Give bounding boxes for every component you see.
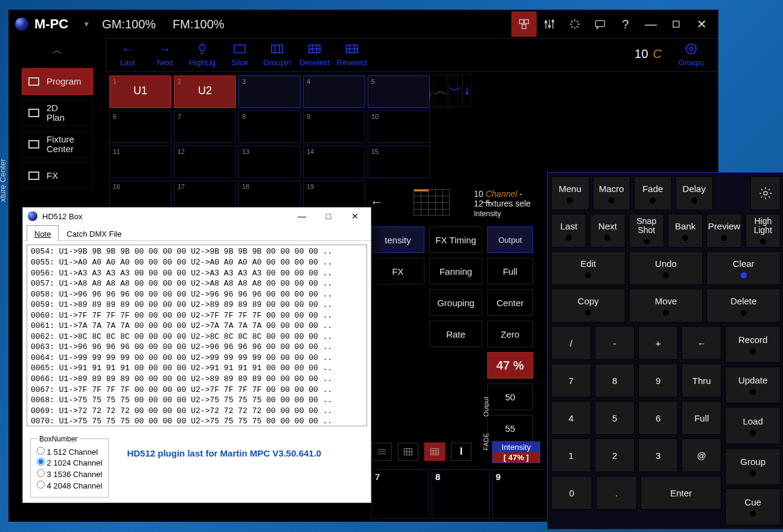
out-full[interactable]: Full — [487, 258, 533, 284]
mr-fanning[interactable]: Fanning — [429, 258, 482, 284]
kp-6[interactable]: 6 — [638, 401, 678, 435]
kp-slash[interactable]: / — [551, 326, 591, 360]
kp-enter[interactable]: Enter — [641, 476, 721, 510]
kp-settings-icon[interactable] — [750, 176, 781, 210]
group-cell-15[interactable]: 15 — [368, 146, 430, 178]
kp-clear[interactable]: Clear — [706, 251, 781, 285]
mini-grid[interactable] — [414, 189, 450, 216]
kp-2[interactable]: 2 — [595, 438, 634, 472]
kp-record[interactable]: Record — [725, 326, 781, 363]
group-cell-9[interactable]: 9 — [303, 111, 365, 143]
kp-plus[interactable]: + — [638, 326, 678, 360]
boxnumber-opt-1[interactable]: 1 512 Channel — [37, 447, 102, 458]
kp-highlight[interactable]: HighLight — [746, 214, 781, 248]
kp-group[interactable]: Group — [725, 448, 781, 485]
group-cell-2[interactable]: 2U2 — [174, 75, 236, 108]
kp-menu[interactable]: Menu — [551, 176, 589, 210]
out-output[interactable]: Output — [487, 226, 533, 253]
view-list-icon[interactable] — [371, 443, 392, 461]
toolbar-slice[interactable]: Slice — [221, 41, 258, 67]
out-55[interactable]: 55 — [487, 415, 533, 441]
bottom-cell-9[interactable]: 9 — [492, 469, 550, 519]
sliders-icon[interactable] — [537, 11, 562, 37]
help-icon[interactable]: ? — [613, 11, 638, 37]
mr-fx-timing[interactable]: FX Timing — [429, 226, 482, 253]
sidebar-item-fixture-center[interactable]: FixtureCenter — [22, 131, 93, 158]
kp-at[interactable]: @ — [682, 438, 721, 472]
view-single-icon[interactable]: I — [451, 443, 471, 461]
kp-0[interactable]: 0 — [551, 476, 592, 510]
kp-3[interactable]: 3 — [638, 438, 678, 472]
sidebar-item-fx[interactable]: FX — [22, 162, 93, 189]
kp-5[interactable]: 5 — [595, 401, 634, 435]
toolbar-next[interactable]: →Next — [146, 41, 184, 67]
maximize-button[interactable] — [663, 11, 689, 37]
kp-load[interactable]: Load — [725, 407, 781, 444]
kp-update[interactable]: Update — [725, 367, 781, 403]
close-button[interactable]: ✕ — [689, 11, 714, 37]
grid-top-icon[interactable]: ⯤ ︿ ﹀ ⤓ — [433, 75, 458, 108]
group-cell-7[interactable]: 7 — [174, 111, 236, 143]
grid-down-icon[interactable]: ﹀ — [448, 74, 462, 107]
kp-7[interactable]: 7 — [551, 364, 591, 397]
grid-up-icon[interactable]: ︿ — [433, 74, 448, 107]
kp-full[interactable]: Full — [682, 401, 721, 435]
bottom-cell-8[interactable]: 8 — [432, 469, 490, 519]
tab-catch-dmx[interactable]: Catch DMX File — [59, 225, 129, 241]
kp-undo[interactable]: Undo — [629, 251, 703, 285]
out-47-[interactable]: 47 % — [487, 352, 533, 379]
view-table-icon[interactable] — [424, 443, 445, 461]
boxnumber-opt-2[interactable]: 2 1024 Channel — [37, 458, 102, 469]
group-cell-11[interactable]: 11 — [109, 146, 171, 178]
spinner-icon[interactable] — [562, 11, 587, 37]
hd512-maximize[interactable]: □ — [315, 208, 342, 225]
kp-last[interactable]: Last — [551, 214, 586, 248]
kp-snapshot[interactable]: SnapShot — [629, 214, 664, 248]
toolbar-groupin[interactable]: Groupin — [258, 41, 296, 67]
view-grid-icon[interactable] — [398, 443, 418, 461]
boxnumber-opt-3[interactable]: 3 1536 Channel — [37, 469, 102, 481]
kp-bank[interactable]: Bank — [668, 214, 703, 248]
hd512-close[interactable]: ✕ — [342, 208, 368, 225]
intensity-output-badge[interactable]: Intensity [ 47% ] — [492, 441, 540, 463]
bottom-cell-7[interactable]: 7 — [371, 469, 429, 519]
group-cell-13[interactable]: 13 — [238, 146, 301, 178]
hd512-minimize[interactable]: — — [289, 208, 315, 225]
group-cell-4[interactable]: 4 — [303, 75, 365, 108]
toolbar-reselect[interactable]: Reselect — [333, 41, 371, 67]
kp-edit[interactable]: Edit — [551, 251, 625, 285]
groups-button[interactable]: Groups — [673, 41, 710, 67]
minimize-button[interactable]: — — [638, 11, 663, 37]
kp-delete[interactable]: Delete — [706, 289, 781, 322]
group-cell-8[interactable]: 8 — [238, 111, 301, 143]
kp-move[interactable]: Move — [629, 289, 703, 322]
kp-9[interactable]: 9 — [638, 364, 678, 397]
group-cell-6[interactable]: 6 — [109, 111, 171, 143]
kp-minus[interactable]: - — [595, 326, 634, 360]
mr-grouping[interactable]: Grouping — [429, 289, 482, 316]
group-cell-10[interactable]: 10 — [368, 111, 430, 143]
kp-cue[interactable]: Cue — [725, 489, 781, 525]
kp-copy[interactable]: Copy — [551, 289, 625, 322]
dmx-log[interactable]: 0054: U1->9B 9B 9B 9B 00 00 00 00 U2->9B… — [27, 245, 367, 426]
group-cell-3[interactable]: 3 — [238, 75, 301, 108]
sidebar-up-arrow[interactable]: ︿ — [46, 43, 68, 57]
chevron-down-icon[interactable]: ▼ — [83, 20, 90, 28]
kp-thru[interactable]: Thru — [682, 364, 721, 397]
toolbar-highlig[interactable]: HighLig — [184, 41, 221, 67]
sidebar-item-program[interactable]: Program — [22, 68, 93, 95]
kp-fade[interactable]: Fade — [634, 176, 672, 210]
mr-tensity[interactable]: tensity — [371, 226, 424, 253]
kp-dot[interactable]: . — [596, 476, 637, 510]
kp-preview[interactable]: Preview — [706, 214, 741, 248]
mr-fx[interactable]: FX — [371, 258, 424, 284]
out-center[interactable]: Center — [487, 289, 533, 316]
out-50[interactable]: 50 — [487, 383, 533, 410]
kp-8[interactable]: 8 — [595, 364, 634, 397]
kp-1[interactable]: 1 — [551, 438, 591, 472]
out-zero[interactable]: Zero — [487, 321, 533, 347]
sidebar-item-2d-plan[interactable]: 2DPlan — [22, 100, 93, 126]
kp-4[interactable]: 4 — [551, 401, 591, 435]
grid-bottom-icon[interactable]: ⤓ — [462, 74, 471, 107]
boxnumber-opt-4[interactable]: 4 2048 Channel — [37, 481, 102, 492]
